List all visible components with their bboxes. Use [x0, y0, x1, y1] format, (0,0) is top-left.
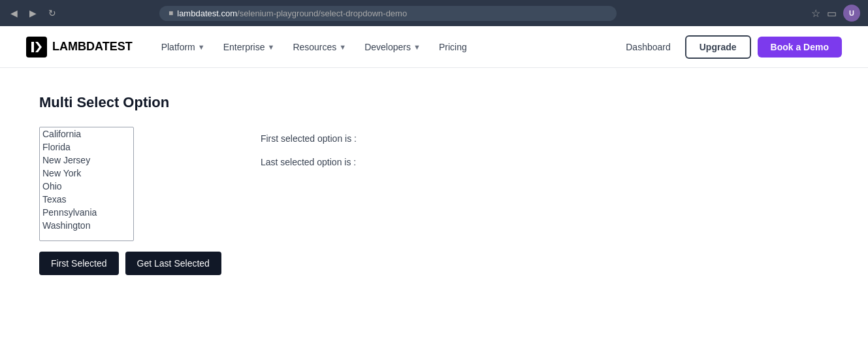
- forward-button[interactable]: ▶: [27, 7, 39, 20]
- nav-resources[interactable]: Resources ▼: [285, 37, 354, 58]
- window-icon[interactable]: ▭: [827, 7, 837, 20]
- nav-enterprise-label: Enterprise: [223, 42, 265, 52]
- main-content: Multi Select Option CaliforniaFloridaNew…: [0, 68, 868, 301]
- nav-platform-label: Platform: [161, 42, 195, 52]
- back-button[interactable]: ◀: [8, 7, 20, 20]
- logo[interactable]: LAMBDATEST: [26, 37, 133, 58]
- logo-icon: [26, 37, 47, 58]
- refresh-button[interactable]: ↻: [46, 7, 59, 20]
- address-bar[interactable]: ■ lambdatest.com/selenium-playground/sel…: [159, 6, 617, 21]
- right-panel: First selected option is : Last selected…: [261, 127, 829, 167]
- first-selected-label: First selected option is :: [261, 133, 357, 144]
- nav-enterprise[interactable]: Enterprise ▼: [216, 37, 283, 58]
- developers-chevron-icon: ▼: [413, 43, 421, 51]
- last-selected-result: Last selected option is :: [261, 157, 829, 167]
- nav-platform[interactable]: Platform ▼: [153, 37, 213, 58]
- upgrade-button[interactable]: Upgrade: [685, 35, 751, 59]
- nav-resources-label: Resources: [293, 42, 336, 52]
- navbar: LAMBDATEST Platform ▼ Enterprise ▼ Resou…: [0, 26, 868, 68]
- page-title: Multi Select Option: [39, 94, 829, 111]
- browser-chrome: ◀ ▶ ↻ ■ lambdatest.com/selenium-playgrou…: [0, 0, 868, 26]
- state-multiselect[interactable]: CaliforniaFloridaNew JerseyNew YorkOhioT…: [39, 127, 134, 241]
- browser-actions: ☆ ▭ U: [811, 5, 860, 22]
- nav-developers[interactable]: Developers ▼: [357, 37, 428, 58]
- button-row: First Selected Get Last Selected: [39, 252, 221, 275]
- nav-developers-label: Developers: [364, 42, 411, 52]
- url-display: lambdatest.com/selenium-playground/selec…: [177, 8, 407, 18]
- svg-rect-0: [26, 37, 47, 58]
- nav-pricing-label: Pricing: [439, 42, 467, 52]
- nav-actions: Dashboard Upgrade Book a Demo: [618, 35, 842, 59]
- first-selected-result: First selected option is :: [261, 133, 829, 144]
- url-path: /selenium-playground/select-dropdown-dem…: [237, 8, 407, 18]
- site-security-icon: ■: [169, 8, 173, 18]
- user-avatar[interactable]: U: [843, 5, 860, 22]
- left-panel: CaliforniaFloridaNew JerseyNew YorkOhioT…: [39, 127, 221, 275]
- logo-text: LAMBDATEST: [52, 40, 133, 54]
- get-last-selected-button[interactable]: Get Last Selected: [125, 252, 221, 275]
- last-selected-label: Last selected option is :: [261, 157, 356, 167]
- content-area: CaliforniaFloridaNew JerseyNew YorkOhioT…: [39, 127, 829, 275]
- platform-chevron-icon: ▼: [198, 43, 205, 51]
- resources-chevron-icon: ▼: [339, 43, 346, 51]
- nav-links: Platform ▼ Enterprise ▼ Resources ▼ Deve…: [153, 37, 619, 58]
- url-base: lambdatest.com: [177, 8, 237, 18]
- book-demo-button[interactable]: Book a Demo: [758, 37, 842, 58]
- bookmark-icon[interactable]: ☆: [811, 7, 820, 20]
- nav-pricing[interactable]: Pricing: [431, 37, 475, 58]
- dashboard-link[interactable]: Dashboard: [618, 37, 679, 58]
- first-selected-button[interactable]: First Selected: [39, 252, 119, 275]
- enterprise-chevron-icon: ▼: [267, 43, 274, 51]
